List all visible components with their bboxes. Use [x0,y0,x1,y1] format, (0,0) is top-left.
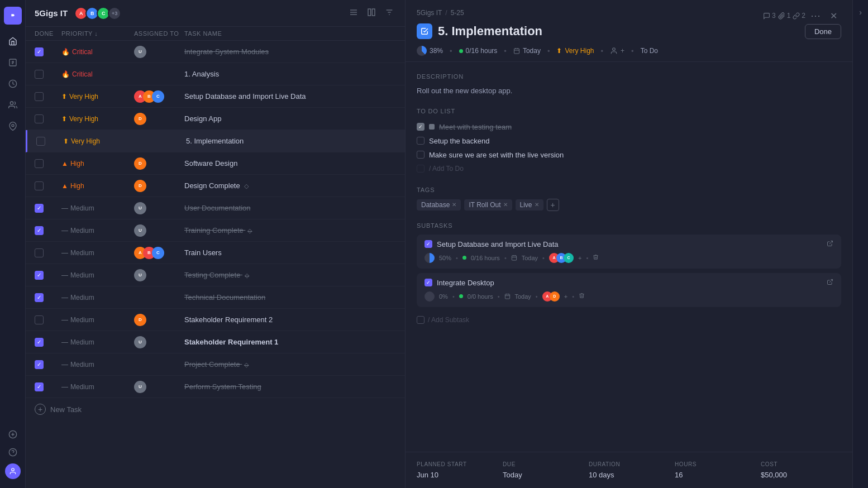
status-badge: To Do [641,47,658,55]
assignee-meta[interactable]: + [610,47,624,55]
active-dot [459,49,463,53]
tag-remove[interactable]: ✕ [452,202,456,208]
subtask-delete-button[interactable] [593,254,599,261]
sidebar-item-tasks[interactable] [4,54,22,71]
task-checkbox[interactable]: ✓ [35,338,44,347]
task-name: Testing Complete ◇ [184,271,396,279]
task-panel-header: 5Gigs IT A B C +3 [26,0,405,27]
priority-meta[interactable]: ⬆ Very High [556,47,594,55]
subtask-checkbox[interactable]: ✓ [425,240,432,248]
task-checkbox[interactable] [35,248,44,257]
col-priority[interactable]: PRIORITY ↓ [61,30,134,37]
task-checkbox[interactable]: ✓ [35,271,44,280]
subtask-add-avatar[interactable]: + [578,255,581,261]
more-options-button[interactable]: ⋯ [808,8,823,23]
table-row[interactable]: ✓ —Medium Technical Documentation [26,286,405,309]
planned-start-col: PLANNED START Jun 10 [417,461,497,479]
task-checkbox[interactable] [35,92,44,101]
table-row[interactable]: ✓ —Medium U Training Complete ◇ [26,219,405,242]
subtask-add-avatar[interactable]: + [564,293,567,300]
add-tag-button[interactable]: + [547,199,559,211]
priority-badge: —Medium [61,316,134,324]
sidebar-item-add[interactable] [4,425,22,443]
tag-it-roll-out[interactable]: IT Roll Out ✕ [464,199,512,210]
sidebar-item-team[interactable] [4,96,22,114]
table-row[interactable]: ✓ —Medium U Perform System Testing [26,376,405,398]
project-title: 5Gigs IT [35,8,68,18]
table-row[interactable]: 🔥Critical 1. Analysis [26,63,405,85]
task-checkbox[interactable] [35,159,44,168]
subtask-delete-button[interactable] [579,293,585,300]
task-checkbox[interactable] [36,137,45,146]
table-row[interactable]: ⬆Very High 5. Implementation [26,130,405,152]
duration-col: DURATION 10 days [589,461,669,479]
subtask-external-link[interactable] [827,240,833,248]
table-row[interactable]: ⬆Very High D Design App [26,108,405,130]
new-task-row[interactable]: + New Task [26,398,405,420]
collapse-button[interactable]: › [859,8,862,17]
task-checkbox[interactable] [35,70,44,79]
add-task-icon[interactable]: + [35,404,46,415]
subtask-progress-pie [425,291,435,302]
task-checkbox[interactable]: ✓ [35,226,44,235]
comment-count-item[interactable]: 3 [763,12,776,20]
description-text: Roll out the new desktop app. [417,85,841,97]
logo-icon[interactable] [4,7,22,25]
task-checkbox[interactable]: ✓ [35,204,44,213]
priority-icon: ⬆ [63,137,69,145]
tag-remove[interactable]: ✕ [535,202,539,208]
priority-arrow: ⬆ [556,47,562,55]
table-row[interactable]: —Medium A B C Train Users [26,242,405,264]
detail-header-top: 5Gigs IT / 5-25 3 1 2 ⋯ ✕ [417,8,841,23]
svg-line-32 [829,279,833,283]
task-checkbox[interactable]: ✓ [35,360,44,369]
task-checkbox[interactable] [35,181,44,190]
table-row[interactable]: ✓ 🔥Critical U Integrate System Modules [26,41,405,63]
filter-icon[interactable] [383,6,396,21]
done-button[interactable]: Done [805,24,841,39]
task-checkbox[interactable]: ✓ [35,47,44,56]
table-row[interactable]: ▲High D Design Complete ◇ [26,175,405,197]
task-checkbox[interactable] [35,315,44,324]
subtask-checkbox[interactable]: ✓ [425,279,432,286]
subtask-calendar-icon [511,255,517,261]
todo-checkbox[interactable] [417,137,425,145]
status-meta[interactable]: To Do [641,47,658,55]
table-row[interactable]: ✓ —Medium U User Documentation [26,197,405,219]
avatar-count: +3 [108,7,121,20]
link-count-item[interactable]: 2 [793,12,805,20]
tag-live[interactable]: Live ✕ [516,199,543,210]
todo-item: Meet with testing team [417,120,841,134]
table-row[interactable]: —Medium D Stakeholder Requirement 2 [26,309,405,331]
subtask-external-link[interactable] [827,279,833,287]
sidebar-item-help[interactable] [4,443,22,461]
menu-icon[interactable] [347,6,360,21]
tag-database[interactable]: Database ✕ [417,199,461,210]
table-row[interactable]: ▲High D Software Design [26,152,405,175]
link-icon [793,12,800,20]
hours-col: HOURS 16 [675,461,755,479]
todo-add-label[interactable]: / Add To Do [429,165,464,173]
tag-remove[interactable]: ✕ [503,202,508,208]
attachment-count-item[interactable]: 1 [778,12,791,20]
table-row[interactable]: ✓ —Medium U Stakeholder Requirement 1 [26,331,405,353]
add-subtask-row[interactable]: / Add Subtask [417,312,841,328]
columns-icon[interactable] [365,6,378,21]
table-row[interactable]: ✓ —Medium Project Complete ◇ [26,353,405,376]
sidebar-item-pinned[interactable] [4,117,22,135]
planned-start-label: PLANNED START [417,461,497,467]
close-detail-button[interactable]: ✕ [826,8,841,23]
todo-checkbox[interactable] [417,123,425,131]
sidebar-item-home[interactable] [4,32,22,50]
task-checkbox[interactable]: ✓ [35,382,44,391]
todo-checkbox[interactable] [417,151,425,159]
sidebar-item-recent[interactable] [4,75,22,93]
task-checkbox[interactable] [35,114,44,123]
table-row[interactable]: ⬆Very High A B C Setup Database and Impo… [26,85,405,108]
table-row[interactable]: ✓ —Medium U Testing Complete ◇ [26,264,405,286]
task-checkbox[interactable]: ✓ [35,293,44,302]
sidebar-item-profile[interactable] [5,463,21,479]
progress-meta: 38% [417,46,443,56]
svg-line-27 [829,241,833,244]
todo-add-item[interactable]: / Add To Do [417,162,841,175]
